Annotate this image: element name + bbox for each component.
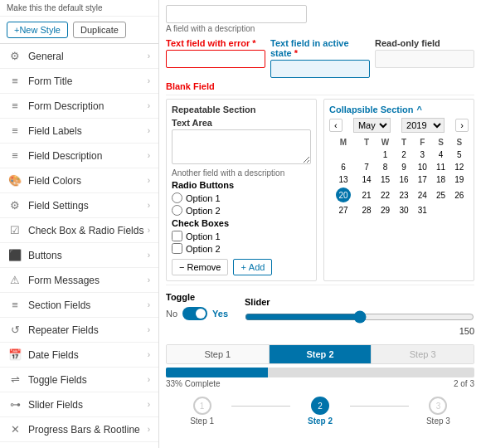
calendar-day[interactable]: 11 [431,161,449,173]
active-field-input[interactable]: Active state will be seen when [270,60,370,78]
sidebar-item-label: Toggle Fields [28,374,87,386]
duplicate-button[interactable]: Duplicate [73,22,126,38]
calendar-day [329,149,357,161]
sidebar-item-progress-bars[interactable]: ✕ Progress Bars & Rootline › [0,417,158,442]
error-field-input[interactable]: This is sample text [166,50,265,68]
sidebar-item-label: Section Fields [28,299,90,311]
sample-text-input[interactable]: This is sample text [166,5,307,23]
calendar-day[interactable]: 4 [431,149,449,161]
readonly-field-label: Read-only field [375,38,474,48]
calendar-next-button[interactable]: › [455,119,469,132]
chevron-right-icon: › [148,325,150,334]
step-tab-2[interactable]: Step 2 [270,345,372,363]
wizard-step-2: 2 Step 2 [290,397,349,426]
calendar-day[interactable]: 22 [376,186,395,204]
wizard-step-1-label: Step 1 [190,416,214,426]
calendar-day[interactable]: 14 [357,173,376,186]
calendar-day[interactable]: 30 [395,204,413,217]
calendar-prev-button[interactable]: ‹ [329,119,343,132]
calendar-day[interactable]: 31 [413,204,431,217]
calendar-day[interactable]: 9 [395,161,413,173]
sidebar-item-field-colors[interactable]: 🎨 Field Colors › [0,168,158,193]
cal-header-f: F [413,136,431,149]
calendar-day[interactable]: 5 [450,149,469,161]
calendar-day[interactable]: 16 [395,173,413,186]
calendar-grid: M T W T F S S 12345678910111213141516171… [329,136,469,217]
sidebar-item-label: Field Labels [28,125,82,137]
calendar-day[interactable]: 13 [329,173,357,186]
step-tab-3[interactable]: Step 3 [372,345,474,363]
sidebar-item-field-description[interactable]: ≡ Field Description › [0,144,158,168]
sidebar-item-label: Field Settings [28,200,89,212]
wizard-step-2-label: Step 2 [308,416,333,426]
cal-header-s2: S [450,136,469,149]
calendar-day[interactable]: 3 [413,149,431,161]
calendar-month-select[interactable]: May [353,118,391,133]
calendar-day[interactable]: 17 [413,173,431,186]
wizard-circle-3: 3 [429,397,447,415]
remove-button[interactable]: − Remove [172,259,228,275]
calendar-day[interactable]: 7 [357,161,376,173]
sidebar-item-label: General [28,51,64,62]
calendar-day[interactable]: 24 [413,186,431,204]
calendar-day[interactable]: 15 [376,173,395,186]
calendar-day[interactable]: 10 [413,161,431,173]
calendar-day[interactable]: 20 [329,186,357,204]
sidebar-item-label: Repeater Fields [28,324,99,336]
sidebar-item-slider-fields[interactable]: ⊶ Slider Fields › [0,392,158,417]
menu-icon: ≡ [8,100,22,112]
calendar-day[interactable]: 2 [395,149,413,161]
calendar-day[interactable]: 21 [357,186,376,204]
add-button[interactable]: + Add [233,259,272,275]
fields-row: Text field with error * This is sample t… [166,38,474,78]
textarea-input[interactable] [172,129,311,164]
radio-option-2[interactable]: Option 2 [172,205,311,216]
calendar-day[interactable]: 26 [450,186,469,204]
calendar-day[interactable]: 29 [376,204,395,217]
chevron-right-icon: › [148,400,150,409]
sidebar-item-label: Progress Bars & Rootline [28,424,140,436]
checkbox-option-2[interactable]: Option 2 [172,243,311,254]
sidebar-item-form-messages[interactable]: ⚠ Form Messages › [0,268,158,293]
sidebar-item-field-labels[interactable]: ≡ Field Labels › [0,119,158,144]
calendar-day[interactable]: 25 [431,186,449,204]
calendar-year-select[interactable]: 2019 [401,118,445,133]
calendar-day[interactable]: 6 [329,161,357,173]
menu-icon: ≡ [8,75,22,87]
calendar-day[interactable]: 23 [395,186,413,204]
sidebar-item-form-title[interactable]: ≡ Form Title › [0,69,158,94]
calendar-day[interactable]: 12 [450,161,469,173]
step-tabs: Step 1 Step 2 Step 3 [166,344,474,364]
radio-option-1[interactable]: Option 1 [172,192,311,203]
sidebar-item-toggle-fields[interactable]: ⇌ Toggle Fields › [0,368,158,392]
calendar-day[interactable]: 8 [376,161,395,173]
collapsible-section-title[interactable]: Collapsible Section ^ [329,105,469,114]
cal-header-t2: T [395,136,413,149]
sidebar-item-general[interactable]: ⚙ General › [0,44,158,69]
sidebar-item-buttons[interactable]: ⬛ Buttons › [0,243,158,268]
calendar-day[interactable]: 18 [431,173,449,186]
sidebar-item-checkbox-radio[interactable]: ☑ Check Box & Radio Fields › [0,218,158,243]
calendar-header: ‹ May 2019 › [329,118,469,133]
step-tab-1[interactable]: Step 1 [167,345,270,363]
slider-input[interactable] [245,310,474,324]
sidebar-item-repeater-fields[interactable]: ↺ Repeater Fields › [0,318,158,343]
sidebar-item-date-fields[interactable]: 📅 Date Fields › [0,343,158,368]
sidebar-item-label: Form Messages [28,275,100,286]
calendar-day[interactable]: 28 [357,204,376,217]
new-style-button[interactable]: +New Style [7,22,68,38]
calendar-day[interactable]: 27 [329,204,357,217]
checkbox-option-1[interactable]: Option 1 [172,231,311,241]
sidebar-item-label: Check Box & Radio Fields [28,225,143,236]
slider-section-label: Slider [245,297,474,307]
sidebar-item-section-fields[interactable]: ≡ Section Fields › [0,293,158,318]
calendar-day[interactable]: 1 [376,149,395,161]
sidebar-item-form-description[interactable]: ≡ Form Description › [0,94,158,119]
toggle-section: Toggle No Yes [166,292,228,336]
cal-header-w: W [376,136,395,149]
toggle-switch[interactable] [182,307,207,320]
collapsible-section: Collapsible Section ^ ‹ May 2019 › [323,99,474,281]
sidebar-item-field-settings[interactable]: ⚙ Field Settings › [0,193,158,218]
wizard-step-1: 1 Step 1 [172,397,231,426]
calendar-day[interactable]: 19 [450,173,469,186]
